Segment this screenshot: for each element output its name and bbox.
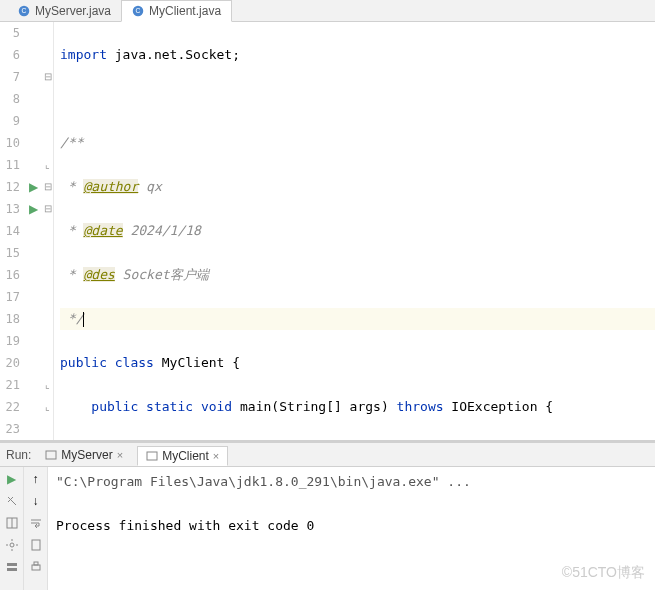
doc-tag: @des: [83, 267, 114, 282]
code-text: MyClient {: [154, 355, 240, 370]
comment: /**: [60, 135, 83, 150]
up-button[interactable]: ↑: [28, 471, 44, 487]
fold-toggle[interactable]: ⊟: [42, 66, 53, 88]
keyword: public static void: [91, 399, 232, 414]
run-panel: Run: MyServer × MyClient × ▶ ↑ ↓ "C:\P: [0, 440, 655, 590]
fold-end: ⌞: [42, 396, 53, 418]
run-tab-label: MyClient: [162, 449, 209, 463]
pin-button[interactable]: [4, 559, 20, 575]
app-icon: [45, 449, 57, 461]
wrap-button[interactable]: [28, 515, 44, 531]
code-text: (String[] args): [271, 399, 396, 414]
tool-button[interactable]: [4, 493, 20, 509]
code-text: IOException {: [444, 399, 554, 414]
run-tab-label: MyServer: [61, 448, 112, 462]
svg-rect-10: [7, 568, 17, 571]
fold-gutter: ⊟ ⌞ ⊟ ⊟ ⌞ ⌞: [42, 22, 54, 440]
svg-rect-13: [34, 562, 38, 565]
comment: *: [60, 223, 83, 238]
svg-rect-12: [32, 565, 40, 570]
scroll-button[interactable]: [28, 537, 44, 553]
app-icon: [146, 450, 158, 462]
watermark: ©51CTO博客: [562, 564, 645, 582]
doc-tag: @author: [83, 179, 138, 194]
close-icon[interactable]: ×: [213, 450, 219, 462]
tab-myserver[interactable]: C MyServer.java: [8, 1, 121, 21]
svg-rect-5: [147, 452, 157, 460]
run-header: Run: MyServer × MyClient ×: [0, 443, 655, 467]
fold-toggle[interactable]: ⊟: [42, 176, 53, 198]
svg-rect-4: [46, 451, 56, 459]
down-button[interactable]: ↓: [28, 493, 44, 509]
java-class-icon: C: [18, 5, 30, 17]
text-cursor: [83, 312, 84, 327]
tab-label: MyClient.java: [149, 4, 221, 18]
code-area[interactable]: import java.net.Socket; /** * @author qx…: [54, 22, 655, 440]
keyword: public class: [60, 355, 154, 370]
code-text: main: [232, 399, 271, 414]
code-editor[interactable]: 567891011121314151617181920212223 ▶ ▶ ⊟ …: [0, 22, 655, 440]
rerun-button[interactable]: ▶: [4, 471, 20, 487]
run-class-gutter-icon[interactable]: ▶: [24, 176, 42, 198]
layout-button[interactable]: [4, 515, 20, 531]
settings-button[interactable]: [4, 537, 20, 553]
comment: Socket客户端: [115, 267, 209, 282]
run-label: Run:: [6, 448, 31, 462]
run-tab-myserver[interactable]: MyServer ×: [37, 446, 131, 464]
run-sub-toolbar: ↑ ↓: [24, 467, 48, 590]
line-number-gutter: 567891011121314151617181920212223: [0, 22, 24, 440]
comment: qx: [138, 179, 161, 194]
tab-myclient[interactable]: C MyClient.java: [121, 0, 232, 22]
run-main-gutter-icon[interactable]: ▶: [24, 198, 42, 220]
fold-toggle[interactable]: ⊟: [42, 198, 53, 220]
fold-end: ⌞: [42, 154, 53, 176]
java-class-icon: C: [132, 5, 144, 17]
comment: *: [60, 267, 83, 282]
run-main-toolbar: ▶: [0, 467, 24, 590]
gutter-icons: ▶ ▶: [24, 22, 42, 440]
svg-text:C: C: [136, 7, 141, 14]
comment: 2024/1/18: [123, 223, 201, 238]
svg-point-8: [10, 543, 14, 547]
close-icon[interactable]: ×: [117, 449, 123, 461]
tab-label: MyServer.java: [35, 4, 111, 18]
run-tab-myclient[interactable]: MyClient ×: [137, 446, 228, 466]
editor-tabs: C MyServer.java C MyClient.java: [0, 0, 655, 22]
comment: *: [60, 179, 83, 194]
svg-text:C: C: [22, 7, 27, 14]
console-command: "C:\Program Files\Java\jdk1.8.0_291\bin\…: [56, 471, 647, 493]
keyword: throws: [397, 399, 444, 414]
svg-rect-11: [32, 540, 40, 550]
comment: */: [60, 311, 83, 326]
doc-tag: @date: [83, 223, 122, 238]
print-button[interactable]: [28, 559, 44, 575]
keyword: import: [60, 47, 107, 62]
svg-rect-9: [7, 563, 17, 566]
fold-end: ⌞: [42, 374, 53, 396]
console-exit: Process finished with exit code 0: [56, 515, 647, 537]
code-text: java.net.Socket;: [107, 47, 240, 62]
